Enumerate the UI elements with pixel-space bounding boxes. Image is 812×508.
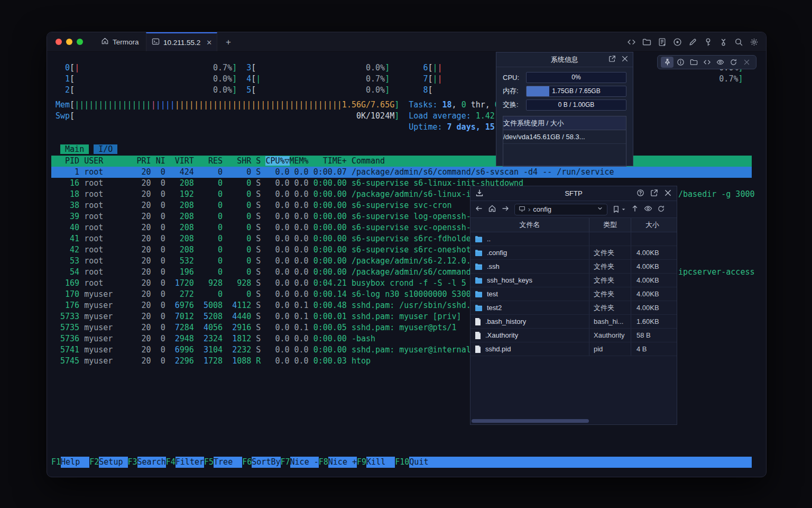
fnkey-button-kill[interactable]: Kill xyxy=(366,457,395,468)
sftp-file-row[interactable]: ssh_host_keys文件夹4.00KB xyxy=(470,274,677,287)
file-type: 文件夹 xyxy=(589,274,631,287)
fnkey-button-nice-[interactable]: Nice - xyxy=(290,457,319,468)
sftp-file-row[interactable]: .config文件夹4.00KB xyxy=(470,246,677,260)
code-icon[interactable] xyxy=(700,57,713,68)
htop-header-row[interactable]: PID USER PRI NI VIRT RES SHR S CPU%▽MEM%… xyxy=(51,156,752,167)
chevron-down-icon[interactable] xyxy=(597,205,603,213)
sftp-file-row[interactable]: .ssh文件夹4.00KB xyxy=(470,260,677,274)
sysinfo-meter-row: CPU:0% xyxy=(496,70,633,84)
file-size: 4.00KB xyxy=(631,301,673,314)
code-icon[interactable] xyxy=(627,38,636,47)
terminal-line: 2[ 0.0%] 5[ 0.0%] 8[ xyxy=(51,85,752,96)
info-icon[interactable] xyxy=(674,57,687,68)
file-name: test xyxy=(487,290,498,298)
keychain-icon[interactable] xyxy=(719,38,728,47)
command-fragment: /basedir -g 3000 xyxy=(678,189,755,200)
tab-close-icon[interactable]: ✕ xyxy=(206,39,212,47)
bookmark-icon[interactable] xyxy=(612,205,626,213)
meter-value: 1.75GB / 7.65GB xyxy=(527,86,626,96)
sftp-file-row[interactable]: .. xyxy=(470,232,677,246)
log-icon[interactable] xyxy=(658,38,667,47)
fnkey-button-quit[interactable]: Quit xyxy=(409,457,752,468)
tab-session-label: 10.211.55.2 xyxy=(163,39,200,47)
sysinfo-meter-row: 内存:1.75GB / 7.65GB xyxy=(496,84,633,98)
settings-gear-icon[interactable] xyxy=(750,38,759,47)
path-breadcrumb[interactable]: › config xyxy=(514,204,607,215)
terminal-line: 0[| 0.7%] 3[ 0.0%] 6[|| 0.0%] xyxy=(51,62,752,74)
folder-icon[interactable] xyxy=(687,57,700,68)
fnkey-button-filter[interactable]: Filter xyxy=(176,457,204,468)
back-icon[interactable] xyxy=(475,204,483,214)
help-icon[interactable] xyxy=(636,189,644,198)
file-type: pid xyxy=(589,342,631,356)
file-size: 58 B xyxy=(631,329,673,342)
file-size: 4.00KB xyxy=(631,274,673,287)
close-icon[interactable] xyxy=(740,57,753,68)
search-icon[interactable] xyxy=(734,38,743,47)
fnkey-button-sortby[interactable]: SortBy xyxy=(252,457,280,468)
fs-column-header[interactable]: 使用 / 大小 xyxy=(531,119,564,128)
record-icon[interactable] xyxy=(673,38,682,47)
sftp-file-row[interactable]: test文件夹4.00KB xyxy=(470,287,677,301)
refresh-icon[interactable] xyxy=(657,205,665,214)
file-name: .Xauthority xyxy=(485,331,518,339)
titlebar-icons xyxy=(627,32,759,51)
fnkey-label: F5 xyxy=(204,457,214,468)
fs-table-row[interactable]: /dev/vda145.61GB / 58.3... xyxy=(503,130,626,144)
htop-process-row[interactable]: 1 root 20 0 424 0 0 S 0.0 0.0 0:00.07 /p… xyxy=(51,167,752,178)
open-in-new-icon[interactable] xyxy=(650,189,658,198)
refresh-icon[interactable] xyxy=(727,57,740,68)
sftp-file-row[interactable]: .bash_historybash_hi...1.60KB xyxy=(470,315,677,329)
show-hidden-eye-icon[interactable] xyxy=(644,204,652,214)
horizontal-scrollbar[interactable] xyxy=(472,419,589,423)
fs-column-header[interactable]: 文件系统 xyxy=(503,119,531,128)
file-size: 4 B xyxy=(631,342,673,356)
eye-icon[interactable] xyxy=(714,57,726,68)
file-name: .ssh xyxy=(487,262,500,270)
close-window-button[interactable] xyxy=(56,39,62,45)
key-icon[interactable] xyxy=(704,38,713,47)
fnkey-label: F4 xyxy=(166,457,176,468)
folder-icon[interactable] xyxy=(642,38,651,47)
home-icon xyxy=(101,37,109,47)
file-type: 文件夹 xyxy=(589,287,631,301)
meter-bar: 0 B / 1.00GB xyxy=(526,99,626,111)
sftp-file-row[interactable]: .XauthorityXauthority58 B xyxy=(470,329,677,342)
sftp-table-header[interactable]: 文件名 类型 大小 xyxy=(470,218,677,232)
maximize-window-button[interactable] xyxy=(77,39,83,45)
terminal-icon xyxy=(152,38,160,47)
download-icon[interactable] xyxy=(475,189,484,199)
fnkey-button-setup[interactable]: Setup xyxy=(99,457,127,468)
pin-icon[interactable] xyxy=(661,57,673,68)
fnkey-button-help[interactable]: Help xyxy=(61,457,89,468)
tab-termora[interactable]: Termora xyxy=(94,32,146,51)
fnkey-label: F6 xyxy=(242,457,252,468)
sftp-toolbar: › config xyxy=(470,201,677,218)
tab-session[interactable]: 10.211.55.2 ✕ xyxy=(146,32,217,51)
sftp-titlebar: SFTP xyxy=(470,186,677,201)
column-filename: 文件名 xyxy=(470,220,589,230)
forward-icon[interactable] xyxy=(501,204,510,214)
open-in-new-icon[interactable] xyxy=(608,55,616,64)
home-icon[interactable] xyxy=(488,204,496,214)
minimize-window-button[interactable] xyxy=(66,39,72,45)
upload-icon[interactable] xyxy=(631,204,639,214)
sftp-file-row[interactable]: sshd.pidpid4 B xyxy=(470,342,677,356)
sftp-file-row[interactable]: test2文件夹4.00KB xyxy=(470,301,677,315)
filesystem-table-body: /dev/vda145.61GB / 58.3... xyxy=(503,130,626,144)
system-info-meters: CPU:0%内存:1.75GB / 7.65GB交换:0 B / 1.00GB xyxy=(496,67,633,112)
meter-bar: 1.75GB / 7.65GB xyxy=(526,86,626,97)
new-tab-button[interactable]: + xyxy=(223,37,234,48)
app-window: Termora 10.211.55.2 ✕ + 0[| xyxy=(47,32,767,477)
close-icon[interactable] xyxy=(621,55,629,64)
close-icon[interactable] xyxy=(664,189,672,198)
fnkey-button-nice-[interactable]: Nice + xyxy=(328,457,357,468)
file-type xyxy=(589,232,631,246)
file-icon xyxy=(475,332,481,339)
meter-value: 0 B / 1.00GB xyxy=(527,100,626,110)
folder-icon xyxy=(475,291,483,297)
fnkey-button-search[interactable]: Search xyxy=(137,457,166,468)
fnkey-button-tree[interactable]: Tree xyxy=(214,457,242,468)
meter-label: 交换: xyxy=(503,100,522,110)
edit-icon[interactable] xyxy=(688,38,697,47)
